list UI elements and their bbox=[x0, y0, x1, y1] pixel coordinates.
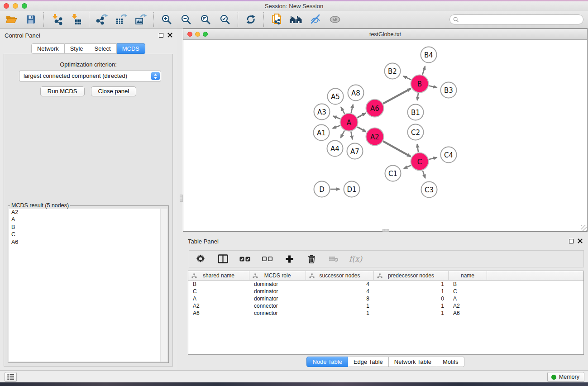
table-cell[interactable]: 4 bbox=[306, 288, 374, 295]
export-image-icon[interactable] bbox=[134, 13, 148, 26]
table-row[interactable]: A6connector11A6 bbox=[188, 310, 583, 317]
tab-mcds[interactable]: MCDS bbox=[117, 43, 145, 54]
window-titlebar[interactable]: Session: New Session bbox=[0, 1, 588, 11]
network-zoom-button[interactable] bbox=[203, 32, 208, 37]
export-table-icon[interactable] bbox=[115, 13, 128, 26]
column-header-shared-name[interactable]: shared name bbox=[188, 271, 249, 280]
run-mcds-button[interactable]: Run MCDS bbox=[40, 86, 85, 96]
table-cell[interactable]: A bbox=[188, 295, 249, 302]
graph-edge-A-A2[interactable] bbox=[357, 127, 366, 132]
column-header-mcds-role[interactable]: MCDS role bbox=[249, 271, 306, 280]
column-header-successor-nodes[interactable]: successor nodes bbox=[306, 271, 374, 280]
table-tab-node-table[interactable]: Node Table bbox=[306, 357, 348, 367]
show-panels-button[interactable] bbox=[5, 372, 17, 382]
graph-edge-A6-B[interactable] bbox=[383, 89, 411, 104]
table-cell[interactable]: connector bbox=[249, 302, 306, 310]
minimize-window-button[interactable] bbox=[13, 3, 18, 9]
close-window-button[interactable] bbox=[4, 3, 9, 9]
graph-edge-A2-C[interactable] bbox=[383, 141, 411, 157]
graph-edge-C-C4[interactable] bbox=[429, 157, 437, 159]
float-panel-icon[interactable] bbox=[159, 33, 163, 38]
tab-style[interactable]: Style bbox=[65, 43, 89, 54]
memory-button[interactable]: Memory bbox=[547, 372, 584, 382]
graph-edge-B-B1[interactable] bbox=[417, 93, 418, 100]
zoom-window-button[interactable] bbox=[22, 3, 27, 9]
table-cell[interactable]: 1 bbox=[374, 281, 449, 288]
close-table-panel-icon[interactable] bbox=[578, 238, 583, 243]
column-layout-icon[interactable] bbox=[216, 252, 229, 266]
result-list-scrollbar[interactable] bbox=[160, 209, 167, 362]
table-cell[interactable]: A2 bbox=[449, 302, 487, 310]
search-field[interactable] bbox=[449, 14, 583, 24]
tab-select[interactable]: Select bbox=[89, 43, 117, 54]
network-canvas[interactable]: B4B2BB3A5A8A6A3AB1A1A2C2A4A7C4CC1C3DD1 bbox=[183, 40, 587, 231]
zoom-selected-icon[interactable] bbox=[218, 13, 232, 26]
window-resize-corner[interactable] bbox=[581, 225, 587, 231]
table-cell[interactable]: dominator bbox=[249, 281, 306, 288]
table-cell[interactable]: 1 bbox=[374, 288, 449, 295]
table-cell[interactable]: 0 bbox=[374, 295, 449, 302]
table-tab-edge-table[interactable]: Edge Table bbox=[348, 357, 389, 367]
graph-edge-A-A4[interactable] bbox=[341, 131, 345, 138]
network-window-titlebar[interactable]: testGlobe.txt bbox=[183, 29, 587, 40]
table-cell[interactable]: 1 bbox=[306, 302, 374, 310]
graph-edge-C-C2[interactable] bbox=[417, 144, 419, 152]
table-row[interactable]: A2connector11A2 bbox=[188, 302, 583, 310]
table-row[interactable]: Adominator80A bbox=[188, 295, 583, 302]
table-cell[interactable]: dominator bbox=[249, 288, 306, 295]
close-panel-icon[interactable] bbox=[167, 33, 172, 38]
table-tab-motifs[interactable]: Motifs bbox=[437, 357, 464, 367]
refresh-layout-icon[interactable] bbox=[244, 13, 258, 26]
graph-edge-B-B4[interactable] bbox=[422, 66, 425, 75]
criterion-dropdown[interactable]: largest connected component (directed) bbox=[19, 71, 161, 81]
table-cell[interactable]: 4 bbox=[306, 281, 374, 288]
graph-edge-A-A3[interactable] bbox=[333, 116, 340, 119]
window-bottom-grip[interactable] bbox=[382, 229, 389, 232]
column-header-name[interactable]: name bbox=[449, 271, 487, 280]
close-panel-button[interactable]: Close panel bbox=[91, 86, 137, 96]
delete-column-icon[interactable] bbox=[305, 252, 318, 266]
table-cell[interactable]: 8 bbox=[306, 295, 374, 302]
select-all-checkboxes-icon[interactable] bbox=[238, 252, 252, 266]
hide-details-icon[interactable] bbox=[309, 13, 322, 26]
table-cell[interactable]: 1 bbox=[374, 310, 449, 317]
table-cell[interactable]: B bbox=[188, 281, 249, 288]
import-network-icon[interactable] bbox=[50, 13, 63, 26]
column-header-predecessor-nodes[interactable]: predecessor nodes bbox=[374, 271, 449, 280]
settings-gear-icon[interactable] bbox=[194, 252, 207, 266]
tab-network[interactable]: Network bbox=[31, 43, 65, 54]
result-list-item[interactable]: B bbox=[9, 224, 167, 231]
table-cell[interactable]: A6 bbox=[188, 310, 249, 317]
table-tab-network-table[interactable]: Network Table bbox=[389, 357, 437, 367]
table-cell[interactable]: C bbox=[449, 288, 487, 295]
deselect-all-checkboxes-icon[interactable] bbox=[260, 252, 274, 266]
table-cell[interactable]: C bbox=[188, 288, 249, 295]
network-graph[interactable]: B4B2BB3A5A8A6A3AB1A1A2C2A4A7C4CC1C3DD1 bbox=[183, 40, 587, 232]
graph-edge-C-C3[interactable] bbox=[423, 171, 425, 178]
result-list-item[interactable]: A6 bbox=[9, 238, 167, 246]
result-list-item[interactable]: C bbox=[9, 231, 167, 238]
table-cell[interactable]: dominator bbox=[249, 295, 306, 302]
table-cell[interactable]: A2 bbox=[188, 302, 249, 310]
export-network-icon[interactable] bbox=[95, 13, 109, 26]
panel-divider-grip[interactable] bbox=[180, 195, 183, 202]
zoom-out-icon[interactable] bbox=[179, 13, 193, 26]
graph-edge-B-B3[interactable] bbox=[429, 86, 437, 88]
table-cell[interactable]: 1 bbox=[374, 302, 449, 310]
table-cell[interactable]: B bbox=[449, 281, 487, 288]
graph-edge-C-C1[interactable] bbox=[404, 166, 411, 169]
table-row[interactable]: Cdominator41C bbox=[188, 288, 583, 295]
mcds-result-list[interactable]: A2ABCA6 bbox=[9, 209, 167, 362]
float-table-panel-icon[interactable] bbox=[569, 239, 574, 243]
reset-home-icon[interactable] bbox=[289, 13, 303, 26]
table-cell[interactable]: connector bbox=[249, 310, 306, 317]
graph-edge-A-A5[interactable] bbox=[341, 107, 344, 114]
table-row[interactable]: Bdominator41B bbox=[188, 281, 583, 288]
search-input[interactable] bbox=[461, 16, 580, 23]
network-close-button[interactable] bbox=[187, 32, 192, 37]
result-list-item[interactable]: A bbox=[9, 216, 167, 223]
zoom-in-icon[interactable] bbox=[160, 13, 173, 26]
show-details-eye-icon[interactable] bbox=[328, 13, 342, 26]
graph-edge-B-B2[interactable] bbox=[403, 76, 411, 80]
zoom-fit-icon[interactable] bbox=[199, 13, 212, 26]
